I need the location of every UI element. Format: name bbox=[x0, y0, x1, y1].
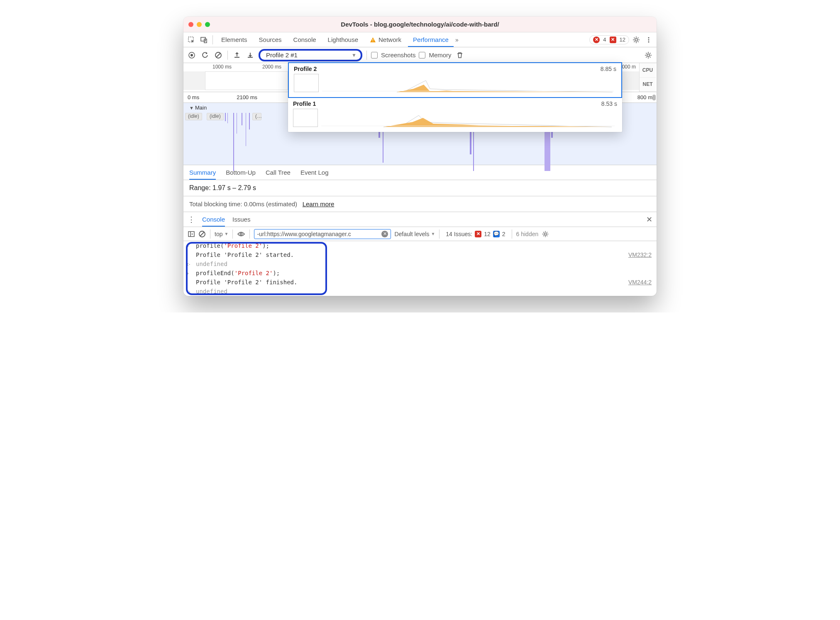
tab-label: Network bbox=[378, 36, 401, 43]
settings-icon[interactable] bbox=[631, 34, 642, 45]
tab-elements[interactable]: Elements bbox=[216, 32, 252, 47]
maximize-window-button[interactable] bbox=[205, 22, 210, 27]
titlebar: DevTools - blog.google/technology/ai/cod… bbox=[183, 17, 657, 32]
annotation-highlight bbox=[186, 242, 327, 295]
kebab-menu-icon[interactable] bbox=[643, 34, 654, 45]
issue-info-icon: 💬 bbox=[493, 231, 500, 237]
clear-filter-icon[interactable]: ✕ bbox=[381, 231, 388, 237]
log-levels-selector[interactable]: Default levels ▼ bbox=[394, 231, 435, 237]
checkbox-label: Screenshots bbox=[381, 51, 415, 59]
drawer-header: ⋮ Console Issues ✕ bbox=[183, 212, 657, 227]
drawer-tab-console[interactable]: Console bbox=[202, 212, 225, 227]
profile-name: Profile 2 bbox=[294, 66, 317, 72]
close-drawer-icon[interactable]: ✕ bbox=[646, 215, 652, 224]
issue-icon: ✕ bbox=[610, 37, 616, 43]
clear-button[interactable] bbox=[213, 50, 223, 60]
time-label: 2000 ms bbox=[262, 64, 281, 70]
console-toolbar: top ▼ -url:https://www.googletagmanager.… bbox=[183, 227, 657, 241]
tab-sources[interactable]: Sources bbox=[254, 32, 287, 47]
learn-more-link[interactable]: Learn more bbox=[303, 200, 335, 207]
upload-icon[interactable] bbox=[232, 50, 242, 60]
tab-label: Console bbox=[202, 216, 225, 223]
close-window-button[interactable] bbox=[188, 22, 193, 27]
blocking-time-row: Total blocking time: 0.00ms (estimated) … bbox=[183, 196, 657, 212]
profile-option[interactable]: Profile 18.53 s bbox=[288, 98, 622, 132]
panel-settings-icon[interactable] bbox=[643, 50, 653, 60]
issues-label: 14 Issues: bbox=[446, 231, 472, 237]
task-segment: (… bbox=[252, 113, 261, 120]
levels-label: Default levels bbox=[394, 231, 429, 237]
overview-side-labels: CPU NET bbox=[639, 63, 656, 92]
screenshots-checkbox[interactable]: Screenshots bbox=[371, 51, 415, 59]
source-link[interactable]: VM244:2 bbox=[628, 279, 652, 286]
warning-icon bbox=[370, 37, 376, 43]
tab-performance[interactable]: Performance bbox=[408, 32, 454, 47]
svg-rect-3 bbox=[373, 39, 373, 41]
profile-select[interactable]: Profile 2 #1 ▼ bbox=[259, 49, 362, 61]
context-selector[interactable]: top ▼ bbox=[215, 231, 228, 237]
source-link[interactable]: VM232:2 bbox=[628, 251, 652, 258]
error-icon: ✕ bbox=[593, 37, 600, 43]
device-toolbar-icon[interactable] bbox=[198, 34, 209, 45]
profile-duration: 8.85 s bbox=[601, 66, 616, 72]
live-expression-icon[interactable] bbox=[237, 231, 245, 237]
tab-label: Elements bbox=[221, 36, 247, 43]
svg-point-10 bbox=[190, 54, 193, 56]
profile-thumbnail bbox=[294, 74, 616, 93]
svg-line-12 bbox=[216, 53, 220, 57]
tab-lighthouse[interactable]: Lighthouse bbox=[323, 32, 363, 47]
devtools-window: DevTools - blog.google/technology/ai/cod… bbox=[183, 17, 657, 296]
tab-call-tree[interactable]: Call Tree bbox=[266, 165, 291, 180]
tick-label: 0 ms bbox=[188, 94, 199, 100]
hidden-count[interactable]: 6 hidden bbox=[516, 231, 539, 237]
console-settings-icon[interactable] bbox=[542, 230, 549, 238]
tick-label: 800 m bbox=[637, 94, 652, 100]
inspect-icon[interactable] bbox=[186, 34, 197, 45]
error-counter[interactable]: ✕4 ✕12 bbox=[589, 35, 629, 44]
profile-thumbnail bbox=[293, 109, 617, 128]
memory-checkbox[interactable]: Memory bbox=[419, 51, 451, 59]
cpu-label: CPU bbox=[640, 63, 656, 78]
tab-bottom-up[interactable]: Bottom-Up bbox=[226, 165, 256, 180]
tab-summary[interactable]: Summary bbox=[189, 165, 216, 180]
performance-toolbar: Profile 2 #1 ▼ Screenshots Memory bbox=[183, 47, 657, 63]
console-output: › profile('Profile 2'); Profile 'Profile… bbox=[183, 241, 657, 296]
tab-console[interactable]: Console bbox=[288, 32, 321, 47]
tab-label: Performance bbox=[413, 36, 449, 43]
svg-point-19 bbox=[545, 233, 547, 235]
delete-icon[interactable] bbox=[455, 50, 465, 60]
sidebar-toggle-icon[interactable] bbox=[188, 230, 195, 238]
profile-duration: 8.53 s bbox=[601, 100, 617, 107]
chevron-down-icon: ▼ bbox=[352, 52, 357, 58]
profile-dropdown: Profile 28.85 s Profile 18.53 s bbox=[288, 62, 622, 132]
download-icon[interactable] bbox=[245, 50, 255, 60]
profile-option[interactable]: Profile 28.85 s bbox=[288, 62, 622, 98]
checkbox-icon bbox=[371, 52, 378, 59]
svg-rect-14 bbox=[188, 232, 194, 237]
issues-summary[interactable]: 14 Issues: ✕12 💬2 bbox=[444, 229, 507, 239]
console-filter-input[interactable]: -url:https://www.googletagmanager.c ✕ bbox=[254, 229, 391, 239]
drawer-kebab-icon[interactable]: ⋮ bbox=[188, 215, 195, 224]
tick-label: 2100 ms bbox=[237, 94, 257, 100]
reload-button[interactable] bbox=[200, 50, 210, 60]
error-count: 4 bbox=[603, 37, 606, 43]
more-tabs-button[interactable]: » bbox=[455, 37, 459, 43]
minimize-window-button[interactable] bbox=[197, 22, 202, 27]
svg-line-17 bbox=[200, 232, 204, 236]
tab-event-log[interactable]: Event Log bbox=[300, 165, 329, 180]
checkbox-label: Memory bbox=[429, 51, 451, 59]
window-title: DevTools - blog.google/technology/ai/cod… bbox=[213, 21, 652, 28]
tab-label: Console bbox=[293, 36, 316, 43]
tab-label: Lighthouse bbox=[328, 36, 358, 43]
chevron-down-icon: ▼ bbox=[224, 232, 228, 236]
scrollbar-thumb[interactable] bbox=[652, 95, 656, 100]
tab-network[interactable]: Network bbox=[365, 32, 406, 47]
record-button[interactable] bbox=[187, 50, 197, 60]
traffic-lights bbox=[188, 22, 210, 27]
context-label: top bbox=[215, 231, 222, 237]
drawer-tab-issues[interactable]: Issues bbox=[232, 212, 250, 227]
svg-point-8 bbox=[648, 41, 650, 42]
tab-label: Call Tree bbox=[266, 169, 291, 176]
clear-console-icon[interactable] bbox=[198, 230, 206, 238]
track-label-main[interactable]: Main bbox=[189, 105, 207, 111]
